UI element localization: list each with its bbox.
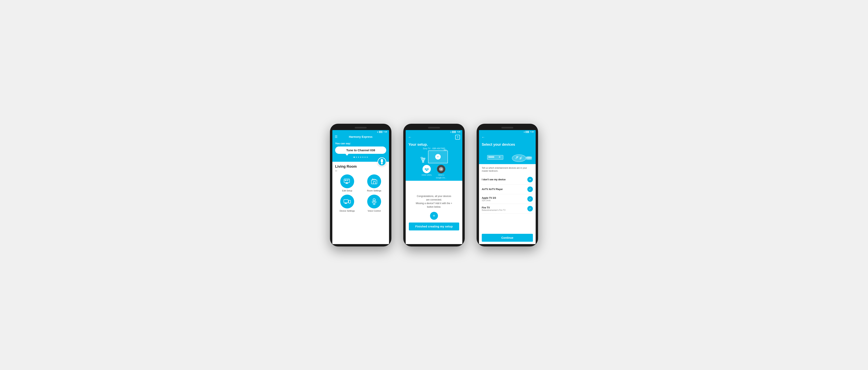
appletv-title: Apple TV 2/3 [482, 197, 527, 199]
hdmi1-icon [423, 165, 431, 173]
tv-edit-button[interactable]: ✏ [435, 154, 441, 160]
hdmi1-button[interactable]: HDMI 1/MHL [422, 165, 432, 179]
hdmi1-label: HDMI 1/MHL [422, 174, 432, 176]
add-device-button[interactable]: + [430, 212, 438, 220]
dot-3 [358, 157, 359, 158]
edit-setup-button[interactable] [340, 174, 354, 188]
svg-rect-7 [346, 180, 348, 181]
menu-icon[interactable]: ☰ [335, 135, 338, 139]
back-button-2[interactable]: ← [408, 135, 412, 139]
p1-body: Living Room ▭ [332, 162, 389, 244]
remote-icon [380, 159, 383, 165]
hdmi2-sublabel: Google Chr... [436, 177, 446, 179]
hdmi2-icon [437, 165, 445, 173]
no-device-name: I don't see my device [482, 178, 527, 181]
time-display-2: 7:29 [457, 131, 460, 133]
hdmi-buttons: HDMI 1/MHL [422, 165, 446, 179]
p1-header: ☰ Harmony Express [332, 134, 389, 140]
svg-rect-0 [381, 159, 383, 163]
voice-control-button[interactable] [367, 195, 381, 208]
p2-tv-section: Sony TV - XBR-49X700D ✏ [406, 147, 462, 181]
appletv-check: ✓ [527, 196, 533, 202]
room-settings-button[interactable] [367, 174, 381, 188]
tv-box: ✏ [428, 150, 448, 163]
hdmi-port-indicator [444, 149, 446, 151]
p3-hero: Select your devices [479, 141, 536, 164]
svg-point-25 [423, 158, 426, 159]
edit-setup-label: Edit Setup [342, 190, 352, 192]
grid-item-room-settings: Room Settings [362, 174, 386, 192]
p2-header: ← ? [406, 134, 462, 141]
finish-setup-button[interactable]: Finished creating my setup [409, 223, 459, 230]
p3-title: Select your devices [482, 142, 533, 147]
list-item-airtv[interactable]: AirTV AirTV Player ✓ [482, 184, 533, 194]
p3-subtitle: Tell us which entertainment devices are … [482, 167, 533, 173]
svg-point-24 [420, 157, 423, 159]
remote-button[interactable] [377, 157, 386, 166]
grid-item-device-settings: Device Settings [335, 195, 359, 212]
time-display-1: 7:29 [383, 131, 387, 133]
svg-rect-3 [346, 182, 348, 183]
hdmi2-label: HDMI 2 [438, 174, 444, 176]
phone-2: ▲ ▌▌▌ 7:29 ← ? Your setup. Sony TV - XBR… [403, 124, 465, 246]
hdmi-plug-icon [425, 167, 429, 171]
svg-rect-5 [345, 180, 346, 181]
svg-rect-9 [371, 180, 377, 184]
airtv-check: ✓ [527, 187, 533, 192]
phone-1-screen: ▲ ▌▌▌ 7:29 ☰ Harmony Express You can say… [332, 130, 389, 244]
list-item-no-device[interactable]: I don't see my device + [482, 175, 533, 184]
svg-rect-4 [345, 183, 348, 184]
svg-rect-14 [349, 200, 350, 203]
status-icons-3: ▲ ▌▌▌ 7:29 [523, 131, 534, 133]
continue-button[interactable]: Continue [482, 234, 533, 242]
signal-icon-3: ▌▌▌ [526, 131, 529, 133]
time-display-3: 7:29 [530, 131, 534, 133]
signal-icon: ▌▌▌ [379, 131, 383, 133]
grid-item-edit-setup: Edit Setup [335, 174, 359, 192]
hdmi2-button[interactable]: HDMI 2 Google Chr... [436, 165, 446, 179]
svg-point-1 [381, 163, 383, 164]
dot-4 [360, 157, 361, 158]
p2-congrats: Congratulations, all your devicesare con… [406, 181, 462, 244]
svg-rect-26 [426, 169, 428, 169]
chrome-icon [439, 167, 443, 171]
voice-command-pill: Tune to Channel 038 [335, 146, 386, 154]
app-title: Harmony Express [349, 135, 372, 138]
svg-point-40 [521, 157, 522, 157]
list-item-firetv[interactable]: Fire TV Balasubramanian's Fire TV ✓ [482, 204, 533, 213]
p1-hero: You can say: Tune to Channel 038 [332, 140, 389, 162]
p3-body: Tell us which entertainment devices are … [479, 164, 536, 244]
p2-hero-title: Your setup. [406, 141, 462, 147]
firetv-name: Fire TV Balasubramanian's Fire TV [482, 206, 527, 211]
firetv-sub: Balasubramanian's Fire TV [482, 209, 527, 211]
firetv-check: ✓ [527, 206, 533, 211]
help-button[interactable]: ? [455, 135, 460, 140]
carousel-dots [335, 157, 386, 158]
status-bar-1: ▲ ▌▌▌ 7:29 [332, 130, 389, 134]
appletv-sub: Syls Desk [482, 199, 527, 202]
status-icons-2: ▲ ▌▌▌ 7:29 [450, 131, 460, 133]
list-item-appletv[interactable]: Apple TV 2/3 Syls Desk ✓ [482, 194, 533, 204]
svg-rect-15 [349, 203, 350, 203]
airtv-title: AirTV AirTV Player [482, 188, 527, 191]
dot-1 [353, 157, 355, 158]
entertainment-devices-svg [485, 148, 533, 164]
svg-point-35 [512, 155, 526, 162]
dot-7 [367, 157, 368, 158]
devices-icon [343, 199, 351, 204]
svg-rect-16 [373, 199, 375, 202]
grid-item-voice-control: Voice Control [362, 195, 386, 212]
you-can-say-label: You can say: [335, 142, 386, 145]
room-icon [371, 178, 378, 185]
device-settings-button[interactable] [340, 195, 354, 208]
devices-illustration [482, 148, 533, 164]
svg-point-44 [526, 157, 532, 158]
status-icons-1: ▲ ▌▌▌ 7:29 [377, 131, 387, 133]
mic-icon [371, 198, 377, 205]
back-button-3[interactable]: ← [482, 135, 485, 139]
tv-label: Sony TV - XBR-49X700D [423, 147, 445, 150]
airtv-name: AirTV AirTV Player [482, 188, 527, 191]
congrats-text: Congratulations, all your devicesare con… [416, 194, 452, 209]
add-device-circle[interactable]: + [527, 177, 533, 182]
svg-rect-11 [344, 200, 348, 203]
